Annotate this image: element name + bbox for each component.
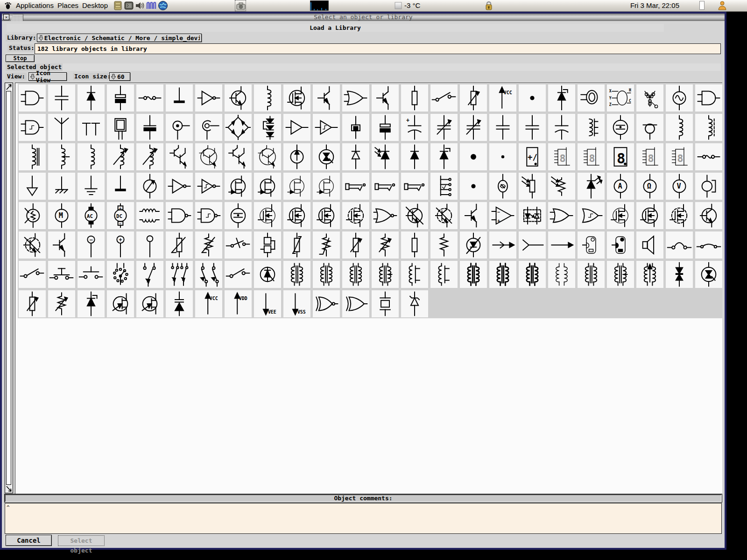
library-object-zener-diode[interactable] <box>401 290 428 317</box>
library-object-resistor-box[interactable] <box>401 84 428 112</box>
library-object-curved-capacitor[interactable] <box>548 114 575 141</box>
library-object-npn-transistor-circle[interactable] <box>225 84 252 112</box>
weather-text[interactable]: -3 °C <box>404 1 420 9</box>
library-object-photodiode[interactable] <box>372 143 399 170</box>
library-object-schmitt-or-gate[interactable] <box>578 202 605 229</box>
library-object-schmitt-inverter[interactable] <box>195 173 222 200</box>
library-object-spst-switch3[interactable] <box>225 261 252 288</box>
library-object-inverter2[interactable] <box>166 173 193 200</box>
library-object-darlington-circle2[interactable] <box>254 143 281 170</box>
select-object-button[interactable]: Select object <box>58 535 105 546</box>
library-object-polarized-capacitor[interactable] <box>136 114 163 141</box>
library-object-earth-ground[interactable] <box>78 173 105 200</box>
library-object-trimmer-potentiometer[interactable] <box>460 84 487 112</box>
library-object-chassis-ground[interactable] <box>48 173 75 200</box>
music-app-icon[interactable] <box>146 1 156 12</box>
stop-button[interactable]: Stop <box>6 55 35 62</box>
keyring-lock-icon[interactable] <box>484 0 494 12</box>
library-object-ac-motor[interactable]: AC <box>78 202 105 229</box>
library-object-electrolytic-capacitor[interactable] <box>107 84 134 112</box>
library-object-vee-supply[interactable]: VEE <box>254 290 281 317</box>
library-object-probe-plus[interactable]: + <box>107 231 134 259</box>
library-object-variable-resistor-zigzag[interactable] <box>372 231 399 259</box>
library-object-ujt-circle2[interactable] <box>136 290 163 317</box>
library-object-jfet-circle[interactable] <box>225 173 252 200</box>
library-object-connection-dot-big[interactable] <box>460 143 487 170</box>
library-object-seven-segment-digit[interactable]: 8 <box>607 143 634 170</box>
library-object-jack-socket-ring[interactable] <box>195 114 222 141</box>
library-object-double-arrow[interactable] <box>489 231 516 259</box>
library-object-pnp-transistor[interactable] <box>313 84 340 112</box>
library-dropdown[interactable]: Electronic / Schematic / More / simple_d… <box>37 34 202 42</box>
library-object-photoresistor-zigzag[interactable] <box>548 173 575 200</box>
library-object-or-gate[interactable] <box>342 84 369 112</box>
library-object-nand-gate[interactable] <box>166 202 193 229</box>
library-object-inductor-dashed-core[interactable] <box>695 114 722 141</box>
library-object-led[interactable] <box>578 173 605 200</box>
library-object-scr2[interactable] <box>430 143 458 170</box>
library-object-npn-transistor-circle2[interactable] <box>695 202 722 229</box>
library-object-electrolytic-capacitor2[interactable] <box>372 114 399 141</box>
library-object-diode-stack[interactable] <box>254 114 281 141</box>
library-object-jfet-circle2[interactable] <box>254 173 281 200</box>
volume-icon[interactable] <box>135 1 144 11</box>
library-object-darlington-transistor2[interactable] <box>225 143 252 170</box>
library-object-inductor2[interactable] <box>666 114 693 141</box>
menu-applications[interactable]: Applications <box>14 1 56 10</box>
library-object-inductor-core[interactable] <box>19 143 46 170</box>
library-object-transformer-tapped[interactable] <box>372 261 399 288</box>
library-object-phone-plug2[interactable] <box>372 173 399 200</box>
library-object-optocoupler[interactable] <box>519 202 546 229</box>
library-object-jack-multi-contact[interactable] <box>430 173 458 200</box>
library-object-connection-dot-small[interactable] <box>489 143 516 170</box>
scroll-down-arrow-icon[interactable] <box>6 485 12 492</box>
library-object-transformer-heavy[interactable] <box>460 261 487 288</box>
library-object-pnp-transistor2[interactable] <box>372 84 399 112</box>
system-monitor-graph[interactable] <box>310 0 329 12</box>
cancel-button[interactable]: Cancel <box>6 535 52 546</box>
library-object-fuse[interactable] <box>136 84 163 112</box>
gnome-foot-icon[interactable] <box>4 1 12 11</box>
library-object-arrow[interactable] <box>548 231 575 259</box>
library-object-connection-dot[interactable] <box>519 84 546 112</box>
library-object-varistor-s-box[interactable] <box>283 231 310 259</box>
library-object-mosfet-circle[interactable] <box>283 84 310 112</box>
library-object-and-gate[interactable] <box>19 84 46 112</box>
library-object-vss-supply[interactable]: VSS <box>283 290 310 317</box>
web-browser-icon[interactable] <box>158 0 168 12</box>
library-object-tapped-winding[interactable] <box>578 114 605 141</box>
screenshot-camera-icon[interactable] <box>235 0 246 11</box>
library-object-mosfet-circle-thin2[interactable] <box>607 202 634 229</box>
scroll-up-arrow-icon[interactable] <box>6 84 12 91</box>
menu-desktop[interactable]: Desktop <box>80 1 110 10</box>
library-object-darlington-transistor[interactable] <box>166 143 193 170</box>
titlebar[interactable]: Select an object or library ✕ <box>2 14 725 21</box>
library-object-transformer-heavy2[interactable] <box>489 261 516 288</box>
library-object-autotransformer2[interactable] <box>430 261 458 288</box>
library-object-or-gate3[interactable] <box>548 202 575 229</box>
library-object-polarized-capacitor-plus[interactable]: + <box>401 114 428 141</box>
library-object-diode2[interactable] <box>401 143 428 170</box>
library-object-capacitor[interactable] <box>48 84 75 112</box>
library-object-spst-switch2[interactable] <box>19 261 46 288</box>
library-object-variable-inductor2[interactable] <box>136 143 163 170</box>
library-object-meter-circle[interactable] <box>136 173 163 200</box>
library-object-schmitt-and-gate[interactable] <box>19 114 46 141</box>
library-object-tube-circle[interactable] <box>607 114 634 141</box>
library-object-jfet-circle-thin2[interactable] <box>313 173 340 200</box>
library-object-transformer-core4[interactable] <box>578 261 605 288</box>
library-object-mosfet-circle3[interactable] <box>313 202 340 229</box>
library-object-spst-switch[interactable] <box>430 84 458 112</box>
library-object-segment-display-pins2[interactable]: 8 <box>578 143 605 170</box>
library-object-voltmeter[interactable]: V <box>666 173 693 200</box>
library-object-transformer-core2[interactable] <box>313 261 340 288</box>
library-object-rotary-switch[interactable] <box>107 261 134 288</box>
library-object-jack-socket-dot[interactable] <box>166 114 193 141</box>
library-object-relay-box[interactable] <box>254 231 281 259</box>
library-object-varistor-zigzag[interactable] <box>195 231 222 259</box>
library-object-socket-outline[interactable] <box>578 231 605 259</box>
library-object-triac-circle[interactable] <box>313 143 340 170</box>
clock[interactable]: Fri 3 Mar, 22:05 <box>616 1 679 10</box>
library-object-ujt-circle[interactable] <box>107 290 134 317</box>
library-object-scr-circle[interactable] <box>254 261 281 288</box>
